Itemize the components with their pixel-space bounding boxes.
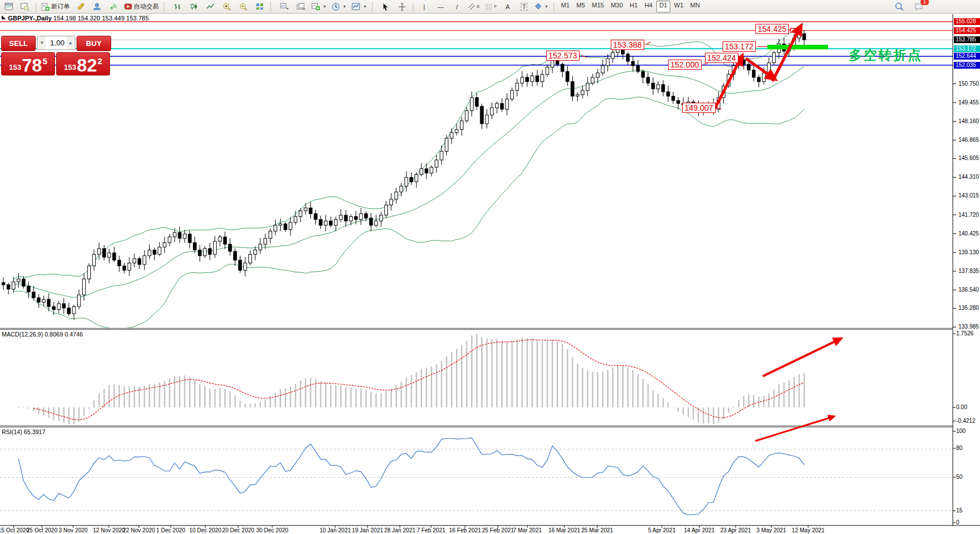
bar-chart-mode-icon[interactable]	[170, 1, 185, 12]
trendline-tool-icon[interactable]: /	[450, 1, 464, 12]
zoom-out-icon[interactable]	[236, 1, 251, 12]
channel-glyph: E	[477, 4, 480, 9]
crosshair-tool-icon[interactable]	[395, 1, 409, 12]
buy-button[interactable]: BUY	[77, 36, 111, 51]
fibo-glyph: F	[494, 4, 497, 9]
volume-value[interactable]: 1.00	[46, 36, 66, 49]
equidistant-channel-tool-icon[interactable]: E	[466, 1, 481, 12]
volume-stepper[interactable]: ▼ 1.00 ▲	[37, 36, 75, 50]
bid-pip: 5	[43, 56, 47, 66]
notification-badge: 1	[920, 0, 929, 5]
new-order-button[interactable]: 新订单	[40, 1, 71, 12]
community-icon[interactable]	[90, 1, 104, 12]
bid-main: 78	[22, 57, 42, 74]
ask-pip: 2	[98, 56, 102, 66]
one-click-trading-panel: SELL ▼ 1.00 ▲ BUY 153 78 5 153 82 2	[1, 36, 111, 75]
toolbar-separator	[413, 2, 413, 11]
fibonacci-tool-icon[interactable]: F	[483, 1, 499, 12]
timeframe-button-h1[interactable]: H1	[627, 1, 640, 12]
chart-canvas[interactable]	[0, 0, 980, 534]
volume-increase-button[interactable]: ▲	[66, 36, 75, 49]
cursor-tool-icon[interactable]	[378, 1, 393, 12]
chart-area[interactable]: GBPJPY-,Daily 154.198 154.320 153.449 15…	[0, 14, 980, 534]
toolbar-grip	[271, 2, 273, 11]
timeframe-button-m1[interactable]: M1	[558, 1, 572, 12]
new-order-label: 新订单	[51, 2, 70, 11]
line-chart-mode-icon[interactable]	[203, 1, 218, 12]
toolbar-separator	[554, 2, 554, 11]
styler-brush-icon[interactable]	[73, 1, 88, 12]
vertical-line-tool-icon[interactable]: |	[417, 1, 432, 12]
timeframe-bar: M1M5M15M30H1H4D1W1MN	[557, 1, 703, 12]
search-icon[interactable]	[892, 1, 907, 12]
chevron-down-icon: ▼	[544, 5, 548, 9]
template-icon[interactable]: ▼	[350, 1, 369, 12]
timeframe-button-mn[interactable]: MN	[687, 1, 703, 12]
tile-windows-icon[interactable]	[252, 1, 267, 12]
bid-prefix: 153	[9, 63, 22, 72]
candlestick-mode-icon[interactable]	[187, 1, 201, 12]
signals-icon[interactable]	[106, 1, 121, 12]
chart-profiles-icon[interactable]	[18, 1, 32, 12]
horizontal-line-tool-icon[interactable]: —	[433, 1, 448, 12]
toolbar-separator	[36, 2, 36, 11]
volume-decrease-button[interactable]: ▼	[37, 36, 46, 49]
chevron-down-icon: ▼	[343, 5, 347, 9]
arrange-windows-icon[interactable]	[277, 1, 292, 12]
cascade-windows-icon[interactable]	[293, 1, 308, 12]
chevron-down-icon: ▼	[323, 5, 327, 9]
timeframe-button-m30[interactable]: M30	[608, 1, 626, 12]
bid-quote[interactable]: 153 78 5	[1, 52, 55, 75]
toolbar-grip	[164, 2, 167, 11]
autotrading-button[interactable]: 自动交易	[122, 1, 160, 12]
timeframe-button-m15[interactable]: M15	[589, 1, 607, 12]
ask-prefix: 153	[64, 63, 77, 72]
autotrading-label: 自动交易	[134, 2, 159, 11]
timeframe-button-w1[interactable]: W1	[671, 1, 687, 12]
chevron-down-icon: ▼	[363, 5, 367, 9]
main-toolbar: 新订单 自动交易 ▼ ▼	[0, 0, 980, 14]
arrows-tool-icon[interactable]: ▼	[533, 1, 550, 12]
timeframe-button-m5[interactable]: M5	[573, 1, 588, 12]
ask-quote[interactable]: 153 82 2	[56, 52, 110, 75]
zoom-in-icon[interactable]	[219, 1, 234, 12]
ask-main: 82	[77, 57, 97, 74]
text-tool-icon[interactable]: A	[500, 1, 515, 12]
add-indicator-icon[interactable]: ▼	[310, 1, 328, 12]
sell-button[interactable]: SELL	[1, 36, 36, 51]
notifications-chat-icon[interactable]: 1	[911, 1, 926, 12]
timeframe-button-h4[interactable]: H4	[641, 1, 655, 12]
period-clock-icon[interactable]: ▼	[330, 1, 348, 12]
timeframe-button-d1[interactable]: D1	[656, 1, 670, 12]
text-label-tool-icon[interactable]: T	[517, 1, 531, 12]
new-chart-icon[interactable]	[1, 1, 16, 12]
toolbar-grip	[372, 2, 375, 11]
